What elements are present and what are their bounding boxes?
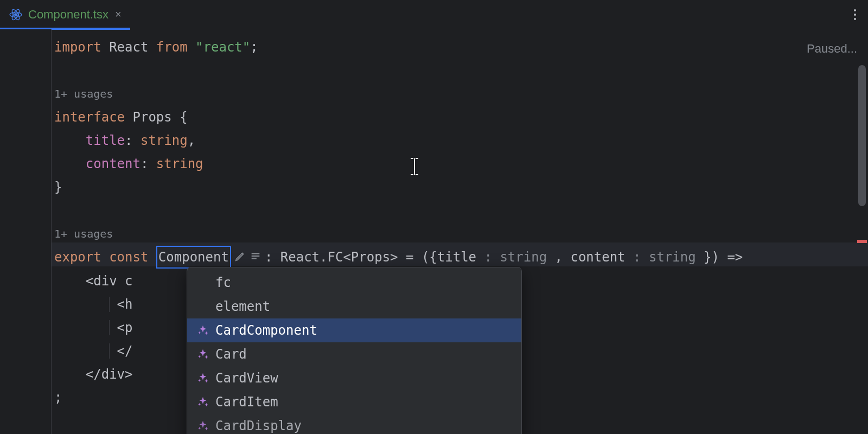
blank-line[interactable]: [52, 199, 868, 222]
blank-line[interactable]: [52, 59, 868, 82]
code-line[interactable]: export const Component: React.FC<Props> …: [52, 246, 868, 270]
usages-hint[interactable]: 1+ usages: [52, 222, 868, 246]
code-line[interactable]: content: string: [52, 152, 868, 176]
completion-label: CardItem: [215, 393, 278, 411]
status-badge: Paused...: [807, 37, 857, 60]
inline-hints[interactable]: [234, 246, 261, 270]
scrollbar-thumb[interactable]: [858, 65, 866, 206]
completion-item[interactable]: CardItem: [187, 390, 521, 414]
tab-filename: Component.tsx: [28, 8, 108, 22]
comment-icon[interactable]: [250, 246, 261, 270]
completion-label: CardComponent: [215, 322, 317, 339]
code-area[interactable]: Paused... import React from "react"; 1+ …: [52, 29, 868, 434]
sparkle-icon: [197, 420, 209, 432]
completion-popup[interactable]: fc element CardComponent Card: [187, 267, 522, 434]
sparkle-icon: [197, 348, 209, 360]
code-line[interactable]: interface Props {: [52, 106, 868, 129]
usages-hint[interactable]: 1+ usages: [52, 82, 868, 106]
scrollbar[interactable]: [856, 65, 867, 434]
code-line[interactable]: import React from "react";: [52, 36, 868, 59]
code-line[interactable]: title: string,: [52, 129, 868, 152]
svg-point-0: [15, 13, 17, 15]
completion-item[interactable]: fc: [187, 271, 521, 295]
completion-item[interactable]: Card: [187, 342, 521, 366]
error-marker[interactable]: [857, 240, 867, 243]
completion-item[interactable]: CardDisplay: [187, 414, 521, 434]
rename-selection[interactable]: Component: [156, 246, 231, 269]
tab-bar: Component.tsx ×: [0, 0, 868, 29]
file-tab[interactable]: Component.tsx ×: [0, 0, 130, 29]
completion-item[interactable]: element: [187, 295, 521, 318]
sparkle-icon: [197, 324, 209, 336]
completion-label: CardDisplay: [215, 417, 302, 434]
code-editor[interactable]: Paused... import React from "react"; 1+ …: [0, 29, 868, 434]
kebab-menu-icon[interactable]: [854, 9, 856, 20]
gutter: [0, 29, 52, 434]
completion-item[interactable]: CardView: [187, 366, 521, 390]
sparkle-icon: [197, 372, 209, 384]
close-icon[interactable]: ×: [115, 8, 122, 21]
code-line[interactable]: }: [52, 176, 868, 199]
completion-label: Card: [215, 346, 247, 363]
react-icon: [9, 8, 23, 22]
completion-label: fc: [215, 274, 231, 291]
sparkle-icon: [197, 396, 209, 408]
completion-label: element: [215, 298, 270, 315]
pencil-icon[interactable]: [234, 246, 246, 270]
completion-item-selected[interactable]: CardComponent: [187, 318, 521, 342]
completion-label: CardView: [215, 369, 278, 387]
